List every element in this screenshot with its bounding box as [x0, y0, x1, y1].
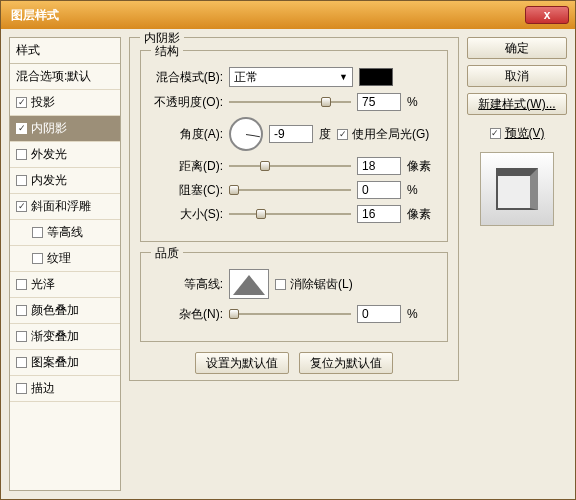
default-buttons: 设置为默认值 复位为默认值 — [140, 352, 448, 374]
sidebar-item-label: 渐变叠加 — [31, 328, 79, 345]
checkbox-icon — [16, 201, 27, 212]
angle-dial[interactable] — [229, 117, 263, 151]
sidebar-blend-defaults[interactable]: 混合选项:默认 — [10, 64, 120, 90]
global-light-checkbox[interactable]: 使用全局光(G) — [337, 126, 429, 143]
checkbox-icon — [275, 279, 286, 290]
close-button[interactable]: x — [525, 6, 569, 24]
distance-label: 距离(D): — [151, 158, 223, 175]
noise-input[interactable]: 0 — [357, 305, 401, 323]
sidebar-item-9[interactable]: 渐变叠加 — [10, 324, 120, 350]
contour-icon — [231, 271, 267, 297]
sidebar-item-4[interactable]: 斜面和浮雕 — [10, 194, 120, 220]
checkbox-icon — [16, 279, 27, 290]
titlebar: 图层样式 x — [1, 1, 575, 29]
antialias-checkbox[interactable]: 消除锯齿(L) — [275, 276, 353, 293]
structure-legend: 结构 — [151, 43, 183, 60]
set-default-button[interactable]: 设置为默认值 — [195, 352, 289, 374]
reset-default-button[interactable]: 复位为默认值 — [299, 352, 393, 374]
quality-group: 品质 等高线: 消除锯齿(L) 杂色(N): — [140, 252, 448, 342]
contour-label: 等高线: — [151, 276, 223, 293]
checkbox-icon — [16, 97, 27, 108]
sidebar-item-3[interactable]: 内发光 — [10, 168, 120, 194]
noise-slider[interactable] — [229, 307, 351, 321]
sidebar-item-6[interactable]: 纹理 — [10, 246, 120, 272]
window-title: 图层样式 — [11, 7, 59, 24]
blend-mode-select[interactable]: 正常 ▼ — [229, 67, 353, 87]
noise-row: 杂色(N): 0 % — [151, 305, 437, 323]
sidebar-item-11[interactable]: 描边 — [10, 376, 120, 402]
sidebar-item-5[interactable]: 等高线 — [10, 220, 120, 246]
distance-input[interactable]: 18 — [357, 157, 401, 175]
sidebar-item-label: 描边 — [31, 380, 55, 397]
structure-group: 结构 混合模式(B): 正常 ▼ 不透明度(O): 75 % — [140, 50, 448, 242]
center-panel: 内阴影 结构 混合模式(B): 正常 ▼ 不透明度(O): — [129, 37, 459, 491]
size-label: 大小(S): — [151, 206, 223, 223]
sidebar-item-2[interactable]: 外发光 — [10, 142, 120, 168]
size-input[interactable]: 16 — [357, 205, 401, 223]
checkbox-icon — [32, 253, 43, 264]
distance-slider[interactable] — [229, 159, 351, 173]
checkbox-icon — [16, 331, 27, 342]
size-slider[interactable] — [229, 207, 351, 221]
checkbox-icon — [337, 129, 348, 140]
right-panel: 确定 取消 新建样式(W)... 预览(V) — [467, 37, 567, 491]
quality-legend: 品质 — [151, 245, 183, 262]
opacity-row: 不透明度(O): 75 % — [151, 93, 437, 111]
checkbox-icon — [32, 227, 43, 238]
distance-row: 距离(D): 18 像素 — [151, 157, 437, 175]
new-style-button[interactable]: 新建样式(W)... — [467, 93, 567, 115]
close-icon: x — [544, 8, 551, 22]
opacity-slider[interactable] — [229, 95, 351, 109]
opacity-input[interactable]: 75 — [357, 93, 401, 111]
layer-style-dialog: 图层样式 x 样式 混合选项:默认 投影内阴影外发光内发光斜面和浮雕等高线纹理光… — [0, 0, 576, 500]
checkbox-icon — [16, 175, 27, 186]
angle-row: 角度(A): -9 度 使用全局光(G) — [151, 117, 437, 151]
blend-mode-label: 混合模式(B): — [151, 69, 223, 86]
sidebar-item-label: 等高线 — [47, 224, 83, 241]
checkbox-icon — [490, 128, 501, 139]
noise-label: 杂色(N): — [151, 306, 223, 323]
sidebar-item-10[interactable]: 图案叠加 — [10, 350, 120, 376]
sidebar-item-label: 斜面和浮雕 — [31, 198, 91, 215]
sidebar-item-label: 内发光 — [31, 172, 67, 189]
sidebar-item-label: 内阴影 — [31, 120, 67, 137]
choke-label: 阻塞(C): — [151, 182, 223, 199]
blend-mode-row: 混合模式(B): 正常 ▼ — [151, 67, 437, 87]
sidebar-item-7[interactable]: 光泽 — [10, 272, 120, 298]
cancel-button[interactable]: 取消 — [467, 65, 567, 87]
choke-input[interactable]: 0 — [357, 181, 401, 199]
ok-button[interactable]: 确定 — [467, 37, 567, 59]
effect-title-group: 内阴影 结构 混合模式(B): 正常 ▼ 不透明度(O): — [129, 37, 459, 381]
sidebar-item-label: 图案叠加 — [31, 354, 79, 371]
chevron-down-icon: ▼ — [339, 72, 348, 82]
sidebar-item-label: 光泽 — [31, 276, 55, 293]
checkbox-icon — [16, 357, 27, 368]
sidebar-item-label: 外发光 — [31, 146, 67, 163]
sidebar-item-label: 投影 — [31, 94, 55, 111]
sidebar-header: 样式 — [10, 38, 120, 64]
dialog-body: 样式 混合选项:默认 投影内阴影外发光内发光斜面和浮雕等高线纹理光泽颜色叠加渐变… — [1, 29, 575, 499]
opacity-label: 不透明度(O): — [151, 94, 223, 111]
sidebar-item-1[interactable]: 内阴影 — [10, 116, 120, 142]
contour-picker[interactable] — [229, 269, 269, 299]
choke-slider[interactable] — [229, 183, 351, 197]
angle-input[interactable]: -9 — [269, 125, 313, 143]
sidebar-item-0[interactable]: 投影 — [10, 90, 120, 116]
checkbox-icon — [16, 149, 27, 160]
checkbox-icon — [16, 383, 27, 394]
preview-cube-icon — [496, 168, 538, 210]
sidebar-item-8[interactable]: 颜色叠加 — [10, 298, 120, 324]
preview-checkbox[interactable]: 预览(V) — [467, 125, 567, 142]
shadow-color-swatch[interactable] — [359, 68, 393, 86]
size-row: 大小(S): 16 像素 — [151, 205, 437, 223]
preview-thumbnail — [480, 152, 554, 226]
styles-sidebar: 样式 混合选项:默认 投影内阴影外发光内发光斜面和浮雕等高线纹理光泽颜色叠加渐变… — [9, 37, 121, 491]
sidebar-item-label: 纹理 — [47, 250, 71, 267]
checkbox-icon — [16, 123, 27, 134]
checkbox-icon — [16, 305, 27, 316]
angle-label: 角度(A): — [151, 126, 223, 143]
sidebar-item-label: 颜色叠加 — [31, 302, 79, 319]
contour-row: 等高线: 消除锯齿(L) — [151, 269, 437, 299]
choke-row: 阻塞(C): 0 % — [151, 181, 437, 199]
